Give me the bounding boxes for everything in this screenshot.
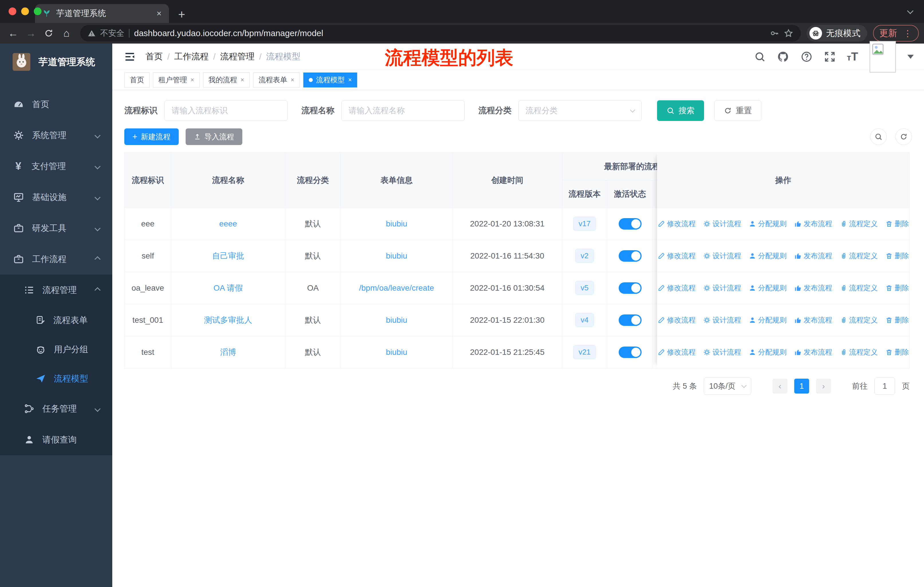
process-category-select[interactable]: 流程分类 — [518, 100, 642, 121]
sidebar-item-home[interactable]: 首页 — [0, 89, 112, 120]
sidebar-item-devtools[interactable]: 研发工具 — [0, 213, 112, 244]
reset-button[interactable]: 重置 — [714, 100, 761, 121]
browser-tab[interactable]: 芋道管理系统 × — [35, 4, 169, 23]
tag-process-form[interactable]: 流程表单 × — [253, 73, 300, 88]
tag-close-icon[interactable]: × — [241, 76, 244, 84]
action-design-link[interactable]: 设计流程 — [703, 315, 741, 325]
action-delete-link[interactable]: 删除 — [885, 347, 909, 357]
action-assign-link[interactable]: 分配规则 — [749, 315, 787, 325]
cell-form-link[interactable]: biubiu — [341, 240, 452, 272]
process-id-input[interactable] — [164, 100, 287, 121]
cell-form-link[interactable]: /bpm/oa/leave/create — [341, 272, 452, 304]
sidebar-item-process-model[interactable]: 流程模型 — [0, 364, 112, 393]
action-modify-link[interactable]: 修改流程 — [658, 315, 696, 325]
action-publish-link[interactable]: 发布流程 — [794, 251, 832, 261]
version-badge[interactable]: v2 — [575, 249, 594, 263]
app-logo[interactable]: 芋道管理系统 — [0, 43, 112, 80]
avatar-caret-icon[interactable] — [908, 55, 914, 59]
tag-close-icon[interactable]: × — [348, 76, 352, 84]
action-delete-link[interactable]: 删除 — [885, 219, 909, 228]
action-modify-link[interactable]: 修改流程 — [658, 219, 696, 228]
action-definition-link[interactable]: 流程定义 — [840, 347, 878, 357]
sidebar-item-leave-query[interactable]: 请假查询 — [0, 424, 112, 455]
page-size-select[interactable]: 10条/页 — [704, 377, 751, 395]
tag-home[interactable]: 首页 — [124, 73, 150, 88]
cell-process-name-link[interactable]: 测试多审批人 — [171, 304, 285, 336]
browser-menu-icon[interactable]: ⋮ — [903, 28, 912, 38]
cell-form-link[interactable]: biubiu — [341, 208, 452, 240]
active-toggle[interactable] — [619, 314, 642, 326]
window-close-button[interactable] — [8, 7, 16, 15]
action-publish-link[interactable]: 发布流程 — [794, 219, 832, 228]
tag-tenant[interactable]: 租户管理 × — [153, 73, 200, 88]
action-assign-link[interactable]: 分配规则 — [749, 251, 787, 261]
breadcrumb-item[interactable]: 工作流程 — [174, 51, 208, 63]
search-icon[interactable] — [754, 51, 766, 63]
breadcrumb-item[interactable]: 首页 — [145, 51, 163, 63]
window-zoom-button[interactable] — [34, 7, 41, 15]
version-badge[interactable]: v17 — [573, 217, 596, 231]
tag-close-icon[interactable]: × — [190, 76, 194, 84]
cell-process-name-link[interactable]: 自己审批 — [171, 240, 285, 272]
action-assign-link[interactable]: 分配规则 — [749, 347, 787, 357]
home-button[interactable]: ⌂ — [58, 25, 74, 41]
action-design-link[interactable]: 设计流程 — [703, 219, 741, 228]
action-modify-link[interactable]: 修改流程 — [658, 251, 696, 261]
tab-strip-chevron-icon[interactable] — [907, 8, 914, 14]
tab-close-icon[interactable]: × — [157, 9, 162, 18]
action-design-link[interactable]: 设计流程 — [703, 347, 741, 357]
version-badge[interactable]: v5 — [575, 281, 594, 295]
window-minimize-button[interactable] — [21, 7, 29, 15]
cell-process-name-link[interactable]: eeee — [171, 208, 285, 240]
version-badge[interactable]: v21 — [573, 345, 596, 359]
new-tab-button[interactable]: + — [178, 8, 185, 21]
process-name-input[interactable] — [342, 100, 465, 121]
cell-form-link[interactable]: biubiu — [341, 304, 452, 336]
sidebar-item-infra[interactable]: 基础设施 — [0, 182, 112, 213]
help-icon[interactable] — [800, 51, 813, 63]
sidebar-item-process-mgmt[interactable]: 流程管理 — [0, 274, 112, 306]
current-page-button[interactable]: 1 — [794, 379, 809, 394]
action-definition-link[interactable]: 流程定义 — [840, 283, 878, 293]
active-toggle[interactable] — [619, 347, 642, 358]
action-definition-link[interactable]: 流程定义 — [840, 251, 878, 261]
action-delete-link[interactable]: 删除 — [885, 251, 909, 261]
browser-update-button[interactable]: 更新 ⋮ — [873, 25, 919, 41]
prev-page-button[interactable]: ‹ — [772, 379, 787, 394]
action-publish-link[interactable]: 发布流程 — [794, 283, 832, 293]
cell-form-link[interactable]: biubiu — [341, 336, 452, 368]
forward-button[interactable]: → — [23, 25, 39, 41]
sidebar-item-workflow[interactable]: 工作流程 — [0, 244, 112, 274]
reload-button[interactable] — [41, 25, 57, 41]
tag-my-process[interactable]: 我的流程 × — [203, 73, 250, 88]
font-size-icon[interactable]: тT — [847, 50, 858, 63]
action-design-link[interactable]: 设计流程 — [703, 283, 741, 293]
version-badge[interactable]: v4 — [575, 313, 594, 327]
sidebar-item-task-mgmt[interactable]: 任务管理 — [0, 393, 112, 424]
active-toggle[interactable] — [619, 218, 642, 230]
tag-process-model[interactable]: 流程模型 × — [303, 73, 358, 88]
action-delete-link[interactable]: 删除 — [885, 283, 909, 293]
breadcrumb-item[interactable]: 流程管理 — [220, 51, 255, 63]
tag-close-icon[interactable]: × — [291, 76, 294, 84]
action-publish-link[interactable]: 发布流程 — [794, 347, 832, 357]
action-assign-link[interactable]: 分配规则 — [749, 219, 787, 228]
avatar[interactable] — [870, 41, 896, 73]
action-publish-link[interactable]: 发布流程 — [794, 315, 832, 325]
import-process-button[interactable]: 导入流程 — [186, 128, 242, 145]
sidebar-item-user-group[interactable]: 用户分组 — [0, 335, 112, 364]
search-button[interactable]: 搜索 — [657, 100, 704, 121]
fullscreen-icon[interactable] — [824, 51, 835, 63]
hamburger-collapse-icon[interactable] — [124, 51, 136, 63]
goto-page-input[interactable] — [874, 377, 895, 395]
address-bar[interactable]: 不安全 dashboard.yudao.iocoder.cn/bpm/manag… — [80, 25, 801, 41]
github-icon[interactable] — [777, 51, 789, 63]
next-page-button[interactable]: › — [816, 379, 831, 394]
back-button[interactable]: ← — [5, 25, 21, 41]
action-modify-link[interactable]: 修改流程 — [658, 283, 696, 293]
active-toggle[interactable] — [619, 250, 642, 262]
action-definition-link[interactable]: 流程定义 — [840, 315, 878, 325]
action-design-link[interactable]: 设计流程 — [703, 251, 741, 261]
refresh-table-button[interactable] — [895, 128, 912, 145]
cell-process-name-link[interactable]: 滔博 — [171, 336, 285, 368]
